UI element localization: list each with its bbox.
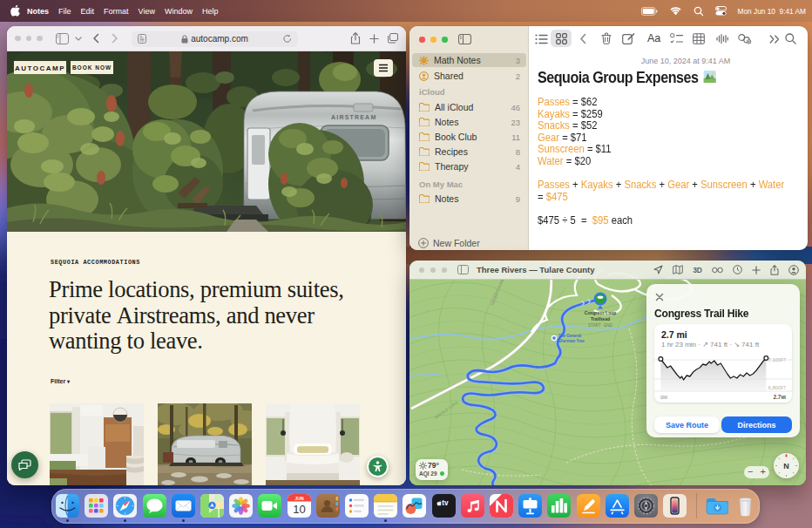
svg-text:2.7MI: 2.7MI [773, 394, 786, 400]
svg-text:Sherman Tree: Sherman Tree [558, 339, 585, 343]
svg-text:tv: tv [442, 499, 449, 507]
svg-text:0MI: 0MI [660, 395, 667, 400]
svg-text:Congress Loop: Congress Loop [585, 310, 617, 315]
svg-text:JUN: JUN [294, 496, 303, 501]
svg-text:7,100FT: 7,100FT [768, 357, 786, 362]
svg-text:START · END: START · END [588, 323, 613, 328]
svg-text:AIRSTREAM: AIRSTREAM [331, 114, 376, 120]
svg-text:Trailhead: Trailhead [591, 316, 610, 322]
svg-text:AUTOCAMP: AUTOCAMP [15, 64, 65, 72]
svg-text:10: 10 [293, 503, 305, 516]
svg-text:6,800FT: 6,800FT [768, 385, 786, 390]
svg-text:N: N [783, 462, 789, 470]
svg-text:BOOK NOW: BOOK NOW [72, 64, 112, 71]
svg-text:The General: The General [558, 334, 581, 338]
